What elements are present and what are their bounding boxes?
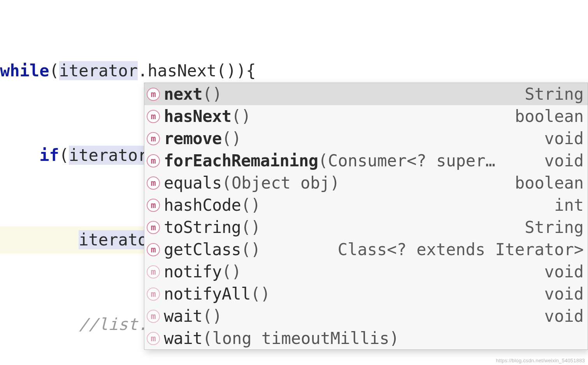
- method-params: (): [222, 129, 242, 148]
- method-icon: m: [147, 287, 160, 301]
- autocomplete-item-text: wait(): [164, 305, 222, 327]
- method-params: (): [222, 262, 242, 281]
- autocomplete-item-hasNext[interactable]: mhasNext()boolean: [144, 105, 588, 127]
- autocomplete-item-left: mhasNext(): [147, 105, 251, 127]
- keyword-if: if: [39, 146, 59, 165]
- method-name: toString: [164, 218, 241, 237]
- return-type: void: [544, 261, 584, 283]
- autocomplete-item-left: mgetClass(): [147, 238, 261, 261]
- method-name: notifyAll: [164, 284, 251, 303]
- method-params: (): [241, 218, 261, 237]
- method-name: remove: [164, 129, 222, 148]
- method-name: equals: [164, 173, 222, 192]
- code-editor[interactable]: while(iterator.hasNext()){ if(iterator.n…: [0, 0, 588, 365]
- method-params: (): [202, 85, 222, 104]
- method-icon: m: [147, 88, 160, 101]
- method-name: next: [164, 85, 202, 104]
- autocomplete-item-left: mwait(long timeoutMillis): [147, 327, 399, 349]
- method-icon: m: [147, 221, 160, 234]
- autocomplete-popup[interactable]: mnext()StringmhasNext()booleanmremove()v…: [144, 83, 588, 350]
- autocomplete-item-left: mequals(Object obj): [147, 172, 340, 194]
- autocomplete-item-text: toString(): [164, 216, 261, 238]
- autocomplete-item-text: wait(long timeoutMillis): [164, 327, 399, 349]
- code-line[interactable]: while(iterator.hasNext()){: [0, 57, 588, 85]
- method-params: (): [241, 196, 261, 215]
- autocomplete-item-left: mforEachRemaining(Consumer<? super…: [147, 150, 495, 172]
- return-type: boolean: [515, 105, 584, 127]
- method-icon: m: [147, 110, 160, 123]
- variable-iterator: iterator: [59, 61, 138, 80]
- code-text: (: [59, 146, 69, 165]
- return-type: void: [544, 127, 584, 150]
- method-icon: m: [147, 310, 160, 323]
- method-params: (Consumer<? super…: [318, 151, 495, 170]
- autocomplete-item-text: hasNext(): [164, 105, 251, 127]
- autocomplete-item-notifyAll[interactable]: mnotifyAll()void: [144, 283, 588, 305]
- autocomplete-item-wait[interactable]: mwait()void: [144, 305, 588, 327]
- autocomplete-item-notify[interactable]: mnotify()void: [144, 261, 588, 283]
- method-name: hashCode: [164, 196, 241, 215]
- return-type: void: [544, 150, 584, 172]
- method-params: (): [202, 307, 222, 326]
- autocomplete-item-left: mtoString(): [147, 216, 261, 238]
- method-params: (): [251, 284, 270, 303]
- autocomplete-item-getClass[interactable]: mgetClass()Class<? extends Iterator>: [144, 238, 588, 261]
- autocomplete-item-hashCode[interactable]: mhashCode()int: [144, 194, 588, 216]
- autocomplete-item-left: mnext(): [147, 83, 222, 105]
- keyword-while: while: [0, 61, 49, 80]
- return-type: String: [525, 83, 584, 105]
- autocomplete-item-toString[interactable]: mtoString()String: [144, 216, 588, 238]
- watermark: https://blog.csdn.net/weixin_54051883: [496, 358, 585, 363]
- method-icon: m: [147, 199, 160, 212]
- autocomplete-item-text: equals(Object obj): [164, 172, 340, 194]
- autocomplete-item-text: forEachRemaining(Consumer<? super…: [164, 150, 495, 172]
- method-icon: m: [147, 132, 160, 145]
- autocomplete-item-text: hashCode(): [164, 194, 261, 216]
- return-type: boolean: [515, 172, 584, 194]
- autocomplete-item-left: mhashCode(): [147, 194, 261, 216]
- method-name: getClass: [164, 240, 241, 259]
- autocomplete-item-text: notify(): [164, 261, 241, 283]
- method-icon: m: [147, 243, 160, 256]
- code-text: (: [49, 61, 59, 80]
- method-icon: m: [147, 265, 160, 279]
- return-type: void: [544, 305, 584, 327]
- indent: [0, 230, 79, 249]
- method-icon: m: [147, 332, 160, 345]
- method-name: wait: [164, 307, 202, 326]
- autocomplete-item-next[interactable]: mnext()String: [144, 83, 588, 105]
- method-name: forEachRemaining: [164, 151, 318, 170]
- return-type: Class<? extends Iterator>: [338, 238, 584, 261]
- method-params: (): [241, 240, 261, 259]
- method-icon: m: [147, 176, 160, 190]
- indent: [0, 315, 79, 334]
- autocomplete-item-left: mwait(): [147, 305, 222, 327]
- autocomplete-item-left: mnotify(): [147, 261, 241, 283]
- autocomplete-item-left: mremove(): [147, 127, 241, 150]
- variable-iterator: iterator: [69, 146, 147, 165]
- return-type: int: [554, 194, 584, 216]
- code-text: .hasNext()){: [138, 61, 256, 80]
- method-name: wait: [164, 329, 202, 348]
- comment: //list.: [79, 315, 147, 334]
- method-params: (): [232, 107, 251, 126]
- autocomplete-item-text: notifyAll(): [164, 283, 270, 305]
- autocomplete-item-equals[interactable]: mequals(Object obj)boolean: [144, 172, 588, 194]
- autocomplete-item-text: remove(): [164, 127, 241, 150]
- autocomplete-item-remove[interactable]: mremove()void: [144, 127, 588, 150]
- method-icon: m: [147, 154, 160, 168]
- indent: [0, 146, 39, 165]
- autocomplete-item-left: mnotifyAll(): [147, 283, 270, 305]
- method-params: (Object obj): [222, 173, 340, 192]
- return-type: void: [544, 283, 584, 305]
- method-name: notify: [164, 262, 222, 281]
- autocomplete-item-text: getClass(): [164, 238, 261, 261]
- autocomplete-item-wait[interactable]: mwait(long timeoutMillis): [144, 327, 588, 349]
- autocomplete-item-text: next(): [164, 83, 222, 105]
- autocomplete-item-forEachRemaining[interactable]: mforEachRemaining(Consumer<? super…void: [144, 150, 588, 172]
- method-params: (long timeoutMillis): [202, 329, 399, 348]
- return-type: String: [525, 216, 584, 238]
- method-name: hasNext: [164, 107, 232, 126]
